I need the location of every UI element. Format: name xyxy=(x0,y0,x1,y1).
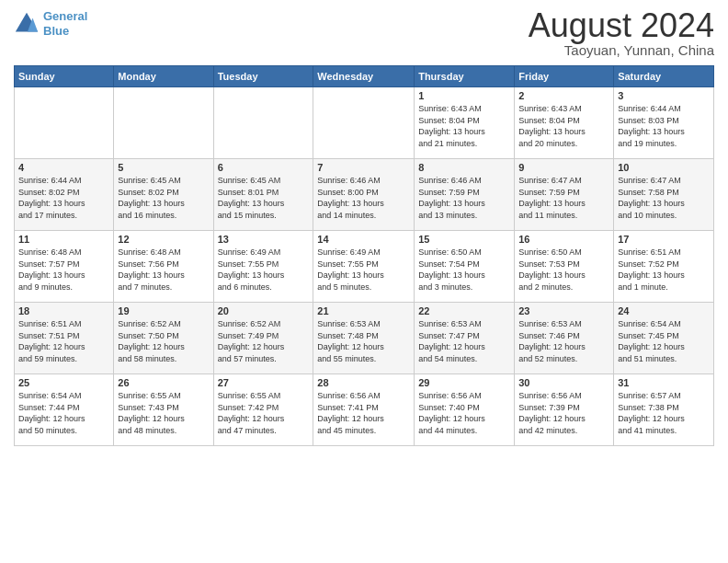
weekday-header: Wednesday xyxy=(313,66,415,87)
calendar: SundayMondayTuesdayWednesdayThursdayFrid… xyxy=(14,65,714,446)
calendar-week-row: 11Sunrise: 6:48 AM Sunset: 7:57 PM Dayli… xyxy=(15,231,714,303)
calendar-cell: 31Sunrise: 6:57 AM Sunset: 7:38 PM Dayli… xyxy=(614,374,714,446)
calendar-cell xyxy=(114,87,213,159)
calendar-week-row: 1Sunrise: 6:43 AM Sunset: 8:04 PM Daylig… xyxy=(15,87,714,159)
calendar-cell: 12Sunrise: 6:48 AM Sunset: 7:56 PM Dayli… xyxy=(114,231,213,303)
calendar-cell: 16Sunrise: 6:50 AM Sunset: 7:53 PM Dayli… xyxy=(515,231,614,303)
day-info: Sunrise: 6:52 AM Sunset: 7:50 PM Dayligh… xyxy=(118,318,209,364)
day-info: Sunrise: 6:46 AM Sunset: 8:00 PM Dayligh… xyxy=(317,175,410,221)
calendar-week-row: 18Sunrise: 6:51 AM Sunset: 7:51 PM Dayli… xyxy=(15,303,714,374)
calendar-week-row: 4Sunrise: 6:44 AM Sunset: 8:02 PM Daylig… xyxy=(15,159,714,231)
day-number: 15 xyxy=(418,234,510,245)
day-info: Sunrise: 6:51 AM Sunset: 7:51 PM Dayligh… xyxy=(18,318,109,364)
calendar-cell xyxy=(15,87,114,159)
day-info: Sunrise: 6:57 AM Sunset: 7:38 PM Dayligh… xyxy=(618,390,710,436)
day-number: 28 xyxy=(317,377,410,388)
day-info: Sunrise: 6:52 AM Sunset: 7:49 PM Dayligh… xyxy=(218,318,310,364)
calendar-header-row: SundayMondayTuesdayWednesdayThursdayFrid… xyxy=(15,66,714,87)
day-number: 23 xyxy=(518,305,609,316)
day-number: 5 xyxy=(118,162,209,173)
day-number: 21 xyxy=(317,305,410,316)
day-info: Sunrise: 6:43 AM Sunset: 8:04 PM Dayligh… xyxy=(418,103,510,149)
day-info: Sunrise: 6:49 AM Sunset: 7:55 PM Dayligh… xyxy=(218,247,310,293)
day-number: 26 xyxy=(118,377,209,388)
calendar-cell: 2Sunrise: 6:43 AM Sunset: 8:04 PM Daylig… xyxy=(515,87,614,159)
day-info: Sunrise: 6:48 AM Sunset: 7:56 PM Dayligh… xyxy=(118,247,209,293)
day-info: Sunrise: 6:47 AM Sunset: 7:59 PM Dayligh… xyxy=(518,175,609,221)
calendar-cell: 27Sunrise: 6:55 AM Sunset: 7:42 PM Dayli… xyxy=(213,374,313,446)
calendar-week-row: 25Sunrise: 6:54 AM Sunset: 7:44 PM Dayli… xyxy=(15,374,714,446)
day-number: 11 xyxy=(18,234,109,245)
calendar-cell: 11Sunrise: 6:48 AM Sunset: 7:57 PM Dayli… xyxy=(15,231,114,303)
day-number: 29 xyxy=(418,377,510,388)
calendar-cell: 18Sunrise: 6:51 AM Sunset: 7:51 PM Dayli… xyxy=(15,303,114,374)
calendar-cell: 30Sunrise: 6:56 AM Sunset: 7:39 PM Dayli… xyxy=(515,374,614,446)
calendar-cell: 9Sunrise: 6:47 AM Sunset: 7:59 PM Daylig… xyxy=(515,159,614,231)
day-info: Sunrise: 6:55 AM Sunset: 7:43 PM Dayligh… xyxy=(118,390,209,436)
day-number: 7 xyxy=(317,162,410,173)
day-number: 25 xyxy=(18,377,109,388)
calendar-cell: 29Sunrise: 6:56 AM Sunset: 7:40 PM Dayli… xyxy=(415,374,515,446)
day-number: 30 xyxy=(518,377,609,388)
calendar-cell: 25Sunrise: 6:54 AM Sunset: 7:44 PM Dayli… xyxy=(15,374,114,446)
day-info: Sunrise: 6:44 AM Sunset: 8:02 PM Dayligh… xyxy=(18,175,109,221)
day-info: Sunrise: 6:53 AM Sunset: 7:48 PM Dayligh… xyxy=(317,318,410,364)
header: General Blue August 2024 Taoyuan, Yunnan… xyxy=(14,9,714,58)
calendar-cell: 14Sunrise: 6:49 AM Sunset: 7:55 PM Dayli… xyxy=(313,231,415,303)
day-info: Sunrise: 6:54 AM Sunset: 7:45 PM Dayligh… xyxy=(618,318,710,364)
title-area: August 2024 Taoyuan, Yunnan, China xyxy=(529,9,714,58)
day-number: 19 xyxy=(118,305,209,316)
calendar-cell: 4Sunrise: 6:44 AM Sunset: 8:02 PM Daylig… xyxy=(15,159,114,231)
day-number: 9 xyxy=(518,162,609,173)
day-number: 27 xyxy=(218,377,310,388)
weekday-header: Saturday xyxy=(614,66,714,87)
day-info: Sunrise: 6:51 AM Sunset: 7:52 PM Dayligh… xyxy=(618,247,710,293)
day-number: 6 xyxy=(218,162,310,173)
day-info: Sunrise: 6:50 AM Sunset: 7:53 PM Dayligh… xyxy=(518,247,609,293)
day-info: Sunrise: 6:56 AM Sunset: 7:41 PM Dayligh… xyxy=(317,390,410,436)
day-number: 20 xyxy=(218,305,310,316)
day-number: 10 xyxy=(618,162,710,173)
day-info: Sunrise: 6:49 AM Sunset: 7:55 PM Dayligh… xyxy=(317,247,410,293)
day-number: 31 xyxy=(618,377,710,388)
calendar-cell: 7Sunrise: 6:46 AM Sunset: 8:00 PM Daylig… xyxy=(313,159,415,231)
calendar-cell: 3Sunrise: 6:44 AM Sunset: 8:03 PM Daylig… xyxy=(614,87,714,159)
logo-icon xyxy=(14,11,40,37)
day-info: Sunrise: 6:56 AM Sunset: 7:40 PM Dayligh… xyxy=(418,390,510,436)
day-number: 14 xyxy=(317,234,410,245)
weekday-header: Thursday xyxy=(415,66,515,87)
day-number: 4 xyxy=(18,162,109,173)
day-number: 8 xyxy=(418,162,510,173)
calendar-cell: 28Sunrise: 6:56 AM Sunset: 7:41 PM Dayli… xyxy=(313,374,415,446)
calendar-cell: 26Sunrise: 6:55 AM Sunset: 7:43 PM Dayli… xyxy=(114,374,213,446)
weekday-header: Sunday xyxy=(15,66,114,87)
day-info: Sunrise: 6:54 AM Sunset: 7:44 PM Dayligh… xyxy=(18,390,109,436)
day-info: Sunrise: 6:55 AM Sunset: 7:42 PM Dayligh… xyxy=(218,390,310,436)
day-info: Sunrise: 6:45 AM Sunset: 8:02 PM Dayligh… xyxy=(118,175,209,221)
day-info: Sunrise: 6:53 AM Sunset: 7:47 PM Dayligh… xyxy=(418,318,510,364)
day-number: 22 xyxy=(418,305,510,316)
logo-line1: General xyxy=(43,9,87,23)
calendar-cell: 17Sunrise: 6:51 AM Sunset: 7:52 PM Dayli… xyxy=(614,231,714,303)
calendar-cell: 19Sunrise: 6:52 AM Sunset: 7:50 PM Dayli… xyxy=(114,303,213,374)
calendar-cell: 1Sunrise: 6:43 AM Sunset: 8:04 PM Daylig… xyxy=(415,87,515,159)
day-number: 13 xyxy=(218,234,310,245)
logo: General Blue xyxy=(14,9,87,38)
subtitle: Taoyuan, Yunnan, China xyxy=(529,42,714,58)
calendar-cell: 8Sunrise: 6:46 AM Sunset: 7:59 PM Daylig… xyxy=(415,159,515,231)
day-number: 16 xyxy=(518,234,609,245)
calendar-cell: 24Sunrise: 6:54 AM Sunset: 7:45 PM Dayli… xyxy=(614,303,714,374)
calendar-cell: 22Sunrise: 6:53 AM Sunset: 7:47 PM Dayli… xyxy=(415,303,515,374)
day-number: 17 xyxy=(618,234,710,245)
calendar-cell: 20Sunrise: 6:52 AM Sunset: 7:49 PM Dayli… xyxy=(213,303,313,374)
day-info: Sunrise: 6:48 AM Sunset: 7:57 PM Dayligh… xyxy=(18,247,109,293)
page: General Blue August 2024 Taoyuan, Yunnan… xyxy=(0,0,728,563)
day-number: 24 xyxy=(618,305,710,316)
calendar-cell: 6Sunrise: 6:45 AM Sunset: 8:01 PM Daylig… xyxy=(213,159,313,231)
day-number: 1 xyxy=(418,90,510,101)
day-number: 3 xyxy=(618,90,710,101)
day-info: Sunrise: 6:56 AM Sunset: 7:39 PM Dayligh… xyxy=(518,390,609,436)
weekday-header: Tuesday xyxy=(213,66,313,87)
day-info: Sunrise: 6:43 AM Sunset: 8:04 PM Dayligh… xyxy=(518,103,609,149)
day-info: Sunrise: 6:45 AM Sunset: 8:01 PM Dayligh… xyxy=(218,175,310,221)
